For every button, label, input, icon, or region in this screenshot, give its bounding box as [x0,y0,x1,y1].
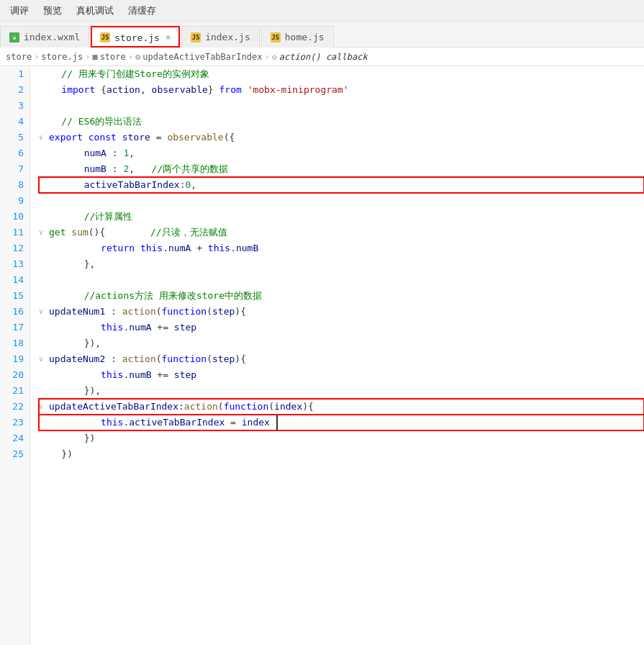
import-kw: import [61,82,101,98]
from-keyword: from [219,82,248,98]
toolbar-evaluate-btn[interactable]: 调评 [6,3,33,19]
comment-1: // 用来专门创建Store的实例对象 [61,66,209,82]
code-line-22: ∨ updateActiveTabBarIndex : action ( fun… [39,399,644,415]
code-line-1: // 用来专门创建Store的实例对象 [39,66,644,82]
tab-close-store-js[interactable]: × [165,32,171,42]
ln-14: 14 [6,272,24,288]
ln-24: 24 [6,430,24,446]
ln-4: 4 [6,114,24,130]
tab-label-index-wxml: index.wxml [24,32,80,42]
tab-label-home-js: home.js [285,32,325,42]
code-line-25: }) [39,446,644,462]
breadcrumb-sep2: › [85,52,90,62]
ln-15: 15 [6,288,24,304]
wxml-icon: W [9,32,19,42]
ln-20: 20 [6,367,24,383]
tab-label-store-js: store.js [114,32,160,43]
js-icon-store: JS [100,32,110,42]
breadcrumb-sep1: › [34,52,39,62]
code-line-13: }, [39,256,644,272]
fold-19[interactable]: ∨ [39,351,47,367]
code-line-23: this . activeTabBarIndex = index [39,415,644,430]
code-line-18: }), [39,335,644,351]
code-line-24: }) [39,430,644,446]
code-line-14 [39,272,644,288]
ln-13: 13 [6,256,24,272]
tab-index-js[interactable]: JS index.js [181,26,260,48]
code-line-12: return this . numA + this . numB [39,240,644,256]
code-line-6: numA : 1 , [39,145,644,161]
ln-3: 3 [6,98,24,114]
ln-25: 25 [6,446,24,462]
tabs-row: W index.wxml JS store.js × JS index.js J… [0,22,644,48]
ln-12: 12 [6,240,24,256]
code-line-7: numB : 2 , //两个共享的数据 [39,161,644,177]
ln-19: 19 [6,351,24,367]
svg-text:W: W [13,35,16,40]
code-line-5: ∨ export const store = observable ({ [39,130,644,145]
ln-1: 1 [6,66,24,82]
js-icon-index: JS [191,32,201,42]
js-icon-home: JS [271,32,281,42]
tab-index-wxml[interactable]: W index.wxml [0,26,89,48]
breadcrumb-store1[interactable]: store [6,52,32,62]
ln-22: 22 [6,399,24,415]
fold-22[interactable]: ∨ [39,399,47,415]
code-line-4: // ES6的导出语法 [39,114,644,130]
code-line-16: ∨ updateNum1 : action ( function ( step … [39,304,644,320]
comment-4: // ES6的导出语法 [61,114,142,130]
ln-7: 7 [6,161,24,177]
line-numbers: 1 2 3 4 5 6 7 8 9 10 11 12 13 14 15 16 1… [0,66,30,645]
comment-10: //计算属性 [84,209,133,225]
breadcrumb-sep3: › [128,52,133,62]
tab-label-index-js: index.js [205,32,250,42]
code-line-10: //计算属性 [39,209,644,225]
breadcrumb-updateActiveTabBarIndex[interactable]: updateActiveTabBarIndex [142,52,262,62]
ln-5: 5 [6,130,24,145]
code-line-20: this . numB += step [39,367,644,383]
callback-icon: ◇ [272,52,277,62]
fold-16[interactable]: ∨ [39,304,47,320]
function-icon: ⚙ [135,52,140,62]
breadcrumb-store2[interactable]: store [100,52,126,62]
toolbar-preview-btn[interactable]: 预览 [39,3,66,19]
fold-11[interactable]: ∨ [39,225,47,240]
code-line-9 [39,193,644,209]
tab-store-js[interactable]: JS store.js × [91,26,180,48]
ln-10: 10 [6,209,24,225]
comment-15: //actions方法 用来修改store中的数据 [84,288,262,304]
ln-2: 2 [6,82,24,98]
ln-8: 8 [6,177,24,193]
code-area[interactable]: // 用来专门创建Store的实例对象 import { action , ob… [30,66,644,645]
fold-5[interactable]: ∨ [39,130,47,145]
code-line-11: ∨ get sum (){ //只读，无法赋值 [39,225,644,240]
ln-17: 17 [6,320,24,335]
code-line-8: activeTabBarIndex : 0 , [39,177,644,193]
code-line-15: //actions方法 用来修改store中的数据 [39,288,644,304]
breadcrumb-action-callback[interactable]: action() callback [279,52,368,62]
toolbar-device-debug-btn[interactable]: 真机调试 [72,3,118,19]
ln-11: 11 [6,225,24,240]
ln-18: 18 [6,335,24,351]
ln-23: 23 [6,415,24,430]
breadcrumb-sep4: › [264,52,269,62]
editor: 1 2 3 4 5 6 7 8 9 10 11 12 13 14 15 16 1… [0,66,644,645]
breadcrumb-storejs[interactable]: store.js [41,52,83,62]
code-line-19: ∨ updateNum2 : action ( function ( step … [39,351,644,367]
ln-6: 6 [6,145,24,161]
code-line-2: import { action , observable } from 'mob… [39,82,644,98]
code-line-21: }), [39,383,644,399]
toolbar: 调评 预览 真机调试 清缓存 [0,0,644,22]
text-cursor [271,415,278,430]
breadcrumb: store › store.js › ■ store › ⚙ updateAct… [0,48,644,66]
code-line-17: this . numA += step [39,320,644,335]
code-line-3 [39,98,644,114]
toolbar-clear-cache-btn[interactable]: 清缓存 [124,3,160,19]
tab-home-js[interactable]: JS home.js [261,26,334,48]
store-icon: ■ [92,52,97,62]
ln-9: 9 [6,193,24,209]
ln-21: 21 [6,383,24,399]
ln-16: 16 [6,304,24,320]
